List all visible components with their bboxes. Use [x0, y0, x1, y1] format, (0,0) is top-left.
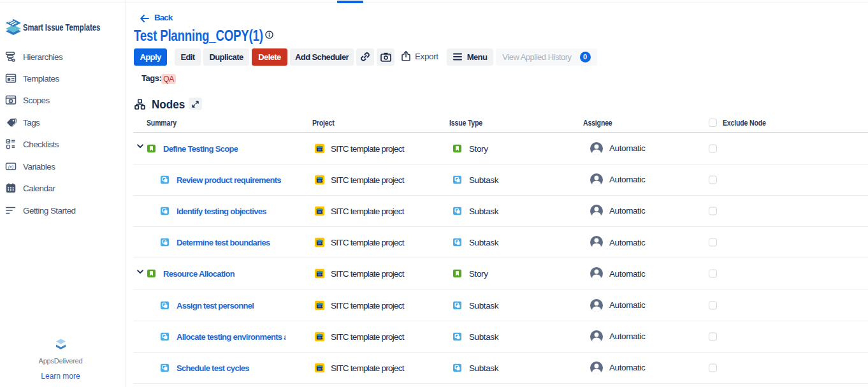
svg-text:(x): (x)	[8, 164, 14, 170]
